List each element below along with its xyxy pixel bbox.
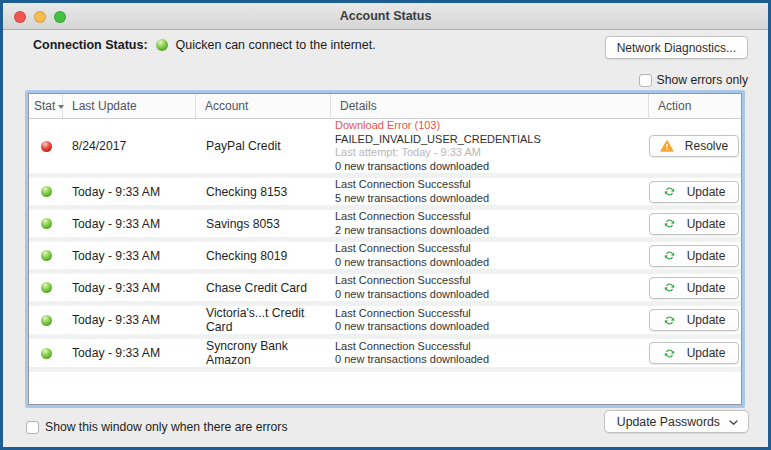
status-ok-icon xyxy=(41,186,52,197)
column-header-details[interactable]: Details xyxy=(331,94,649,118)
update-button[interactable]: Update xyxy=(649,213,739,235)
refresh-icon xyxy=(663,217,676,230)
account-status-window: Account Status Connection Status: Quicke… xyxy=(0,0,771,450)
last-update-cell: Today - 9:33 AM xyxy=(63,346,196,360)
show-window-errors-control: Show this window only when there are err… xyxy=(26,420,288,434)
table-row: Today - 9:33 AM Checking 8019 Last Conne… xyxy=(29,242,741,274)
refresh-icon xyxy=(663,185,676,198)
table-row: Today - 9:33 AM Syncrony Bank Amazon Las… xyxy=(29,339,741,372)
column-header-stat[interactable]: Stat xyxy=(29,94,63,118)
table-row: Today - 9:33 AM Victoria's...t Credit Ca… xyxy=(29,306,741,339)
details-cell: Last Connection Successful 0 new transac… xyxy=(331,274,649,301)
show-window-errors-label: Show this window only when there are err… xyxy=(45,420,288,434)
transactions-text: 0 new transactions downloaded xyxy=(335,160,649,174)
column-header-last-update[interactable]: Last Update xyxy=(63,94,196,118)
update-button[interactable]: Update xyxy=(649,342,739,364)
last-update-cell: Today - 9:33 AM xyxy=(63,313,196,327)
status-error-icon xyxy=(41,141,52,152)
table-row: 8/24/2017 PayPal Credit Download Error (… xyxy=(29,119,741,178)
details-cell: Last Connection Successful 5 new transac… xyxy=(331,178,649,205)
last-update-cell: Today - 9:33 AM xyxy=(63,217,196,231)
network-diagnostics-button[interactable]: Network Diagnostics... xyxy=(605,36,748,59)
update-button[interactable]: Update xyxy=(649,277,739,299)
refresh-icon xyxy=(663,249,676,262)
accounts-table: Stat Last Update Account Details Action … xyxy=(25,90,745,408)
show-errors-only-checkbox[interactable] xyxy=(639,74,652,87)
status-ok-icon xyxy=(41,282,52,293)
last-update-cell: Today - 9:33 AM xyxy=(63,281,196,295)
error-title: Download Error (103) xyxy=(335,119,649,133)
update-button[interactable]: Update xyxy=(649,181,739,203)
connection-status-message: Quicken can connect to the internet. xyxy=(176,38,376,52)
last-attempt-text: Last attempt: Today - 9:33 AM xyxy=(335,146,649,160)
last-update-cell: 8/24/2017 xyxy=(63,139,196,153)
details-cell: Last Connection Successful 0 new transac… xyxy=(331,307,649,334)
account-cell: Savings 8053 xyxy=(196,217,331,231)
update-button[interactable]: Update xyxy=(649,245,739,267)
refresh-icon xyxy=(663,314,676,327)
table-header: Stat Last Update Account Details Action xyxy=(29,94,741,119)
status-ok-icon xyxy=(41,218,52,229)
refresh-icon xyxy=(663,347,676,360)
status-ok-icon xyxy=(41,348,52,359)
details-cell: Last Connection Successful 0 new transac… xyxy=(331,340,649,367)
chevron-down-icon xyxy=(729,415,738,429)
last-update-cell: Today - 9:33 AM xyxy=(63,185,196,199)
account-cell: Syncrony Bank Amazon xyxy=(196,339,331,367)
connection-status-label: Connection Status: xyxy=(33,38,148,52)
table-row: Today - 9:33 AM Checking 8153 Last Conne… xyxy=(29,178,741,210)
refresh-icon xyxy=(663,281,676,294)
account-cell: Chase Credit Card xyxy=(196,281,331,295)
account-cell: PayPal Credit xyxy=(196,139,331,153)
show-errors-only-control: Show errors only xyxy=(639,73,748,87)
account-cell: Checking 8019 xyxy=(196,249,331,263)
connection-ok-icon xyxy=(156,39,168,51)
details-cell: Last Connection Successful 0 new transac… xyxy=(331,242,649,269)
account-cell: Victoria's...t Credit Card xyxy=(196,306,331,334)
table-row: Today - 9:33 AM Savings 8053 Last Connec… xyxy=(29,210,741,242)
window-title: Account Status xyxy=(3,3,768,30)
column-header-account[interactable]: Account xyxy=(196,94,331,118)
update-button[interactable]: Update xyxy=(649,309,739,331)
status-ok-icon xyxy=(41,315,52,326)
error-code: FAILED_INVALID_USER_CREDENTIALS xyxy=(335,133,649,147)
account-cell: Checking 8153 xyxy=(196,185,331,199)
last-update-cell: Today - 9:33 AM xyxy=(63,249,196,263)
title-bar: Account Status xyxy=(3,3,768,30)
details-cell: Last Connection Successful 2 new transac… xyxy=(331,210,649,237)
show-window-errors-checkbox[interactable] xyxy=(26,421,39,434)
resolve-button[interactable]: Resolve xyxy=(649,135,739,157)
status-ok-icon xyxy=(41,250,52,261)
warning-icon xyxy=(660,140,674,152)
table-row: Today - 9:33 AM Chase Credit Card Last C… xyxy=(29,274,741,306)
show-errors-only-label: Show errors only xyxy=(657,73,748,87)
column-header-action[interactable]: Action xyxy=(649,94,741,118)
details-cell: Download Error (103) FAILED_INVALID_USER… xyxy=(331,119,649,173)
update-passwords-dropdown[interactable]: Update Passwords xyxy=(604,410,749,433)
connection-status-row: Connection Status: Quicken can connect t… xyxy=(33,38,376,52)
